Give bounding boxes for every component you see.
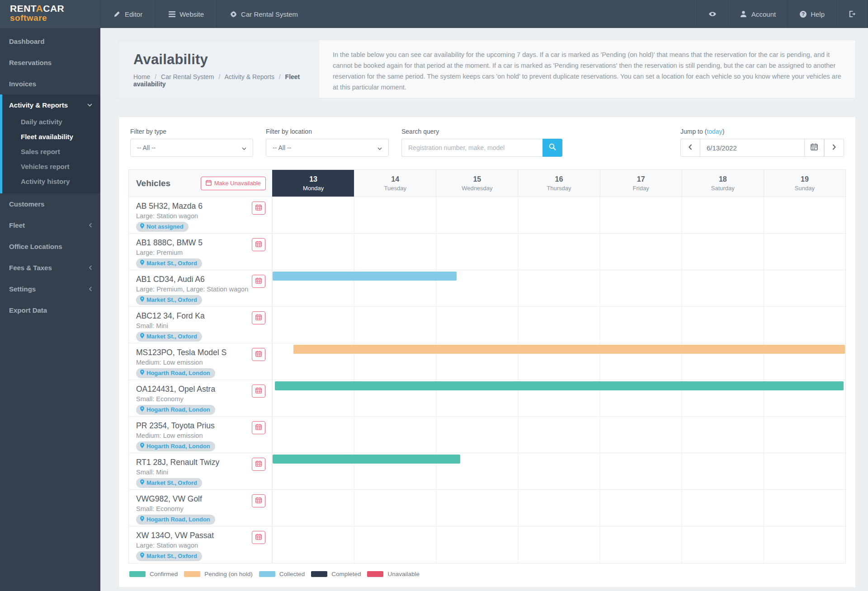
search-input[interactable] bbox=[401, 139, 542, 157]
availability-grid-row[interactable] bbox=[272, 343, 845, 380]
breadcrumb-activity-reports[interactable]: Activity & Reports bbox=[224, 73, 274, 80]
sidebar-item-activity-history[interactable]: Activity history bbox=[2, 174, 100, 189]
set-unavailable-calendar-button[interactable] bbox=[252, 385, 265, 398]
type-filter-select[interactable]: -- All -- bbox=[130, 139, 253, 157]
chevron-down-icon bbox=[242, 144, 246, 151]
legend-item-completed: Completed bbox=[311, 571, 361, 577]
availability-grid-row[interactable] bbox=[272, 270, 845, 306]
table-header-row: Vehicles Make Unavailable 13 Monday 14 T… bbox=[129, 170, 845, 197]
day-header-monday[interactable]: 13 Monday bbox=[272, 170, 354, 197]
sidebar-item-office-locations[interactable]: Office Locations bbox=[0, 236, 100, 257]
vehicle-location-badge: Hogarth Road, London bbox=[136, 515, 215, 525]
vehicle-title: AB1 888C, BMW 5 bbox=[136, 238, 265, 248]
nav-item-car-rental-system[interactable]: Car Rental System bbox=[217, 0, 311, 28]
jump-date-input[interactable] bbox=[700, 139, 804, 157]
logout-button[interactable] bbox=[836, 0, 868, 28]
breadcrumb: Home / Car Rental System / Activity & Re… bbox=[133, 73, 310, 88]
vehicle-cell: AB1 CD34, Audi A6 Large: Premium, Large:… bbox=[129, 270, 272, 306]
availability-grid-row[interactable] bbox=[272, 526, 845, 563]
sidebar-item-activity-reports[interactable]: Activity & Reports bbox=[2, 94, 100, 114]
set-unavailable-calendar-button[interactable] bbox=[252, 275, 265, 288]
day-header-sunday[interactable]: 19 Sunday bbox=[764, 170, 845, 197]
help-menu[interactable]: ? Help bbox=[788, 0, 836, 28]
sidebar-item-export-data[interactable]: Export Data bbox=[0, 300, 100, 321]
vehicle-location-badge: Hogarth Road, London bbox=[136, 441, 215, 451]
set-unavailable-calendar-button[interactable] bbox=[252, 238, 265, 251]
sidebar-section-activity-reports: Activity & Reports Daily activity Fleet … bbox=[0, 94, 100, 193]
reservation-bar-collected[interactable] bbox=[273, 272, 457, 281]
day-name: Friday bbox=[633, 185, 649, 192]
availability-grid-row[interactable] bbox=[272, 307, 845, 343]
calendar-icon bbox=[255, 241, 262, 249]
day-header-wednesday[interactable]: 15 Wednesday bbox=[436, 170, 518, 197]
sidebar-item-label: Fleet bbox=[9, 221, 25, 229]
sidebar-item-daily-activity[interactable]: Daily activity bbox=[2, 114, 100, 129]
calendar-icon bbox=[255, 534, 262, 542]
sidebar-item-sales-report[interactable]: Sales report bbox=[2, 144, 100, 159]
reservation-bar-confirmed[interactable] bbox=[273, 455, 460, 464]
day-name: Tuesday bbox=[384, 185, 406, 192]
availability-grid-row[interactable] bbox=[272, 234, 845, 270]
account-menu[interactable]: Account bbox=[728, 0, 788, 28]
day-header-tuesday[interactable]: 14 Tuesday bbox=[354, 170, 436, 197]
set-unavailable-calendar-button[interactable] bbox=[252, 311, 265, 324]
vehicle-location-badge: Market St., Oxford bbox=[136, 258, 202, 268]
day-header-saturday[interactable]: 18 Saturday bbox=[682, 170, 764, 197]
availability-grid-row[interactable] bbox=[272, 197, 845, 233]
set-unavailable-calendar-button[interactable] bbox=[252, 421, 265, 434]
sidebar-item-fees-taxes[interactable]: Fees & Taxes bbox=[0, 257, 100, 278]
set-unavailable-calendar-button[interactable] bbox=[252, 494, 265, 507]
availability-grid-row[interactable] bbox=[272, 380, 845, 416]
sidebar-item-reservations[interactable]: Reservations bbox=[0, 52, 100, 73]
reservation-bar-pending[interactable] bbox=[293, 345, 845, 354]
day-name: Sunday bbox=[795, 185, 815, 192]
vehicle-title: VWG982, VW Golf bbox=[136, 494, 265, 504]
sidebar-item-dashboard[interactable]: Dashboard bbox=[0, 31, 100, 52]
vehicle-category: Small: Mini bbox=[136, 469, 265, 476]
vehicle-location-label: Market St., Oxford bbox=[146, 333, 197, 340]
legend-swatch-pending bbox=[184, 571, 200, 577]
app-logo[interactable]: RENTACAR software bbox=[0, 0, 100, 28]
availability-grid-row[interactable] bbox=[272, 453, 845, 489]
table-row: AB 5H32, Mazda 6 Large: Station wagon No… bbox=[129, 197, 845, 234]
reservation-bar-confirmed[interactable] bbox=[275, 381, 844, 390]
search-button[interactable] bbox=[542, 139, 562, 157]
sidebar-item-invoices[interactable]: Invoices bbox=[0, 73, 100, 94]
set-unavailable-calendar-button[interactable] bbox=[252, 458, 265, 471]
set-unavailable-calendar-button[interactable] bbox=[252, 202, 265, 215]
sidebar-item-customers[interactable]: Customers bbox=[0, 193, 100, 215]
make-unavailable-label: Make Unavailable bbox=[214, 180, 261, 187]
prev-day-button[interactable] bbox=[680, 139, 700, 157]
nav-item-editor[interactable]: Editor bbox=[100, 0, 155, 28]
chevron-right-icon bbox=[832, 144, 836, 152]
table-row: VWG982, VW Golf Small: Economy Hogarth R… bbox=[129, 490, 845, 526]
nav-item-website[interactable]: Website bbox=[155, 0, 217, 28]
set-unavailable-calendar-button[interactable] bbox=[252, 348, 265, 361]
sidebar-item-fleet-availability[interactable]: Fleet availability bbox=[2, 129, 100, 144]
make-unavailable-button[interactable]: Make Unavailable bbox=[201, 177, 266, 190]
set-unavailable-calendar-button[interactable] bbox=[252, 531, 265, 544]
location-filter-select[interactable]: -- All -- bbox=[266, 139, 389, 157]
availability-grid-row[interactable] bbox=[272, 417, 845, 453]
breadcrumb-car-rental-system[interactable]: Car Rental System bbox=[161, 73, 214, 80]
jump-to-group: Jump to (today) bbox=[680, 128, 844, 157]
day-header-thursday[interactable]: 16 Thursday bbox=[518, 170, 599, 197]
breadcrumb-home[interactable]: Home bbox=[133, 73, 150, 80]
calendar-picker-button[interactable] bbox=[804, 139, 824, 157]
preview-eye-button[interactable] bbox=[697, 0, 728, 28]
sidebar-item-settings[interactable]: Settings bbox=[0, 278, 100, 300]
page-header: Availability Home / Car Rental System / … bbox=[118, 40, 856, 98]
type-filter-value: -- All -- bbox=[137, 144, 156, 151]
help-label: Help bbox=[811, 10, 825, 18]
day-header-friday[interactable]: 17 Friday bbox=[600, 170, 682, 197]
list-icon bbox=[168, 10, 175, 18]
availability-grid-row[interactable] bbox=[272, 490, 845, 526]
today-link[interactable]: today bbox=[707, 128, 722, 135]
next-day-button[interactable] bbox=[824, 139, 844, 157]
logo-text-car: CAR bbox=[43, 3, 64, 14]
sidebar-item-fleet[interactable]: Fleet bbox=[0, 215, 100, 236]
vehicle-category: Small: Economy bbox=[136, 395, 265, 403]
sidebar-item-vehicles-report[interactable]: Vehicles report bbox=[2, 159, 100, 174]
sidebar-item-label: Invoices bbox=[9, 80, 36, 88]
location-filter-group: Filter by location -- All -- bbox=[266, 128, 389, 157]
